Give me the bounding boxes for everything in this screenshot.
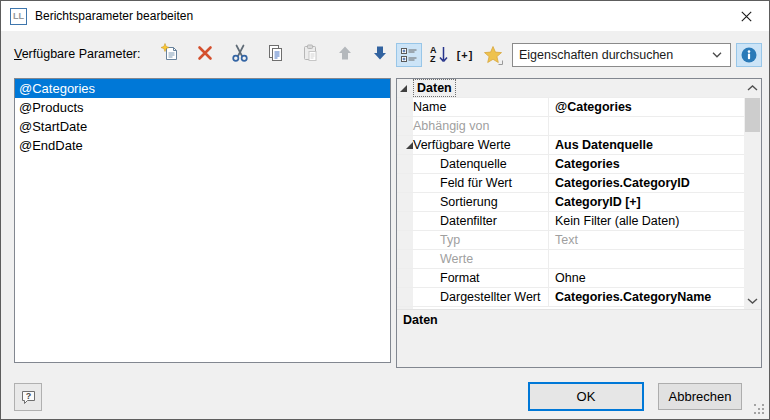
property-label: Typ [413, 231, 549, 249]
dialog-content: Verfügbare Parameter: [1, 31, 769, 419]
svg-text:?: ? [25, 390, 31, 400]
property-row[interactable]: Feld für WertCategories.CategoryID [397, 174, 744, 193]
cancel-button[interactable]: Abbrechen [658, 383, 742, 410]
paste-icon [300, 43, 320, 63]
property-label: Format [413, 269, 549, 287]
property-label: Datenquelle [413, 155, 549, 173]
scissors-icon [230, 43, 250, 63]
property-row[interactable]: Dargestellter WertCategories.CategoryNam… [397, 288, 744, 307]
copy-icon [265, 43, 285, 63]
property-label: Abhängig von [413, 117, 549, 135]
properties-search-input[interactable] [513, 48, 708, 62]
property-row[interactable]: Name@Categories [397, 98, 744, 117]
move-up-button[interactable] [334, 42, 356, 64]
sort-alphabetical-button[interactable]: A Z [426, 43, 450, 67]
close-button[interactable] [724, 1, 769, 31]
property-row[interactable]: Werte [397, 250, 744, 269]
property-label: Feld für Wert [413, 174, 549, 192]
window-title: Berichtsparameter bearbeiten [35, 9, 193, 23]
property-row[interactable]: Abhängig von [397, 117, 744, 136]
title-bar: LL Berichtsparameter bearbeiten [1, 1, 769, 31]
grid-scrollbar[interactable] [744, 79, 761, 309]
parameter-list-item[interactable]: @Products [15, 98, 390, 117]
property-value: @Categories [549, 98, 744, 116]
available-parameters-label: Verfügbare Parameter: [14, 47, 140, 61]
chevron-down-icon [747, 298, 758, 304]
property-description: Daten [397, 309, 761, 367]
chevron-up-icon [747, 85, 758, 91]
help-button[interactable]: ? [14, 383, 42, 411]
property-row[interactable]: Verfügbare WerteAus Datenquelle [397, 136, 744, 155]
property-value: Aus Datenquelle [549, 136, 744, 154]
combo-dropdown-icon[interactable] [708, 52, 730, 58]
parameter-list-item[interactable]: @Categories [15, 79, 390, 98]
paste-button[interactable] [299, 42, 321, 64]
copy-button[interactable] [264, 42, 286, 64]
property-row[interactable]: DatenfilterKein Filter (alle Daten) [397, 212, 744, 231]
property-value: Text [549, 231, 744, 249]
expand-all-icon: [+] [457, 49, 474, 61]
resize-grip[interactable] [754, 404, 766, 416]
delete-icon [195, 43, 215, 63]
parameter-list-item[interactable]: @StartDate [15, 117, 390, 136]
ok-button[interactable]: OK [528, 382, 644, 411]
property-grid-rows: DatenName@CategoriesAbhängig vonVerfügba… [397, 79, 744, 309]
property-value [549, 117, 744, 135]
expand-arrow-icon[interactable] [400, 85, 407, 92]
property-label: Name [413, 98, 549, 116]
cut-button[interactable] [229, 42, 251, 64]
property-row[interactable]: TypText [397, 231, 744, 250]
move-down-button[interactable] [369, 42, 391, 64]
property-grid: DatenName@CategoriesAbhängig vonVerfügba… [396, 78, 762, 368]
property-label: Sortierung [413, 193, 549, 211]
scroll-up-button[interactable] [744, 79, 761, 96]
info-icon [738, 44, 760, 66]
property-value: Categories.CategoryName [549, 288, 744, 306]
expand-all-button[interactable]: [+] [452, 43, 478, 67]
new-parameter-button[interactable] [159, 42, 181, 64]
property-row[interactable]: FormatOhne [397, 269, 744, 288]
star-icon [482, 44, 504, 66]
property-category-row[interactable]: Daten [397, 79, 744, 98]
app-icon: LL [10, 8, 27, 25]
property-value: Categories [549, 155, 744, 173]
close-icon [741, 11, 752, 22]
property-row[interactable]: SortierungCategoryID [+] [397, 193, 744, 212]
dialog-window: LL Berichtsparameter bearbeiten Verfügba… [0, 0, 770, 420]
properties-search-combo[interactable] [512, 43, 731, 67]
property-label: Werte [413, 250, 549, 268]
parameter-toolbar [159, 42, 391, 66]
help-icon: ? [19, 388, 38, 407]
delete-parameter-button[interactable] [194, 42, 216, 64]
property-label: Daten [413, 79, 456, 97]
favorites-button[interactable] [480, 43, 506, 67]
property-label: Verfügbare Werte [413, 136, 549, 154]
property-label: Datenfilter [413, 212, 549, 230]
property-label: Dargestellter Wert [413, 288, 549, 306]
scrollbar-thumb[interactable] [745, 98, 760, 132]
info-toggle-button[interactable] [736, 43, 762, 67]
sort-az-icon: A Z [428, 45, 448, 65]
property-toolbar: A Z [+] [396, 42, 762, 68]
scroll-down-button[interactable] [744, 292, 761, 309]
property-value [549, 250, 744, 268]
property-value: Categories.CategoryID [549, 174, 744, 192]
expand-arrow-icon[interactable] [406, 142, 413, 149]
categorized-view-icon [400, 46, 418, 64]
property-value: Ohne [549, 269, 744, 287]
property-value: CategoryID [+] [549, 193, 744, 211]
parameter-list[interactable]: @Categories@Products@StartDate@EndDate [14, 78, 391, 363]
property-row[interactable]: DatenquelleCategories [397, 155, 744, 174]
new-parameter-icon [160, 43, 180, 63]
arrow-up-icon [335, 43, 355, 63]
arrow-down-icon [370, 43, 390, 63]
property-value: Kein Filter (alle Daten) [549, 212, 744, 230]
parameter-list-item[interactable]: @EndDate [15, 136, 390, 155]
categorized-view-button[interactable] [396, 43, 422, 67]
